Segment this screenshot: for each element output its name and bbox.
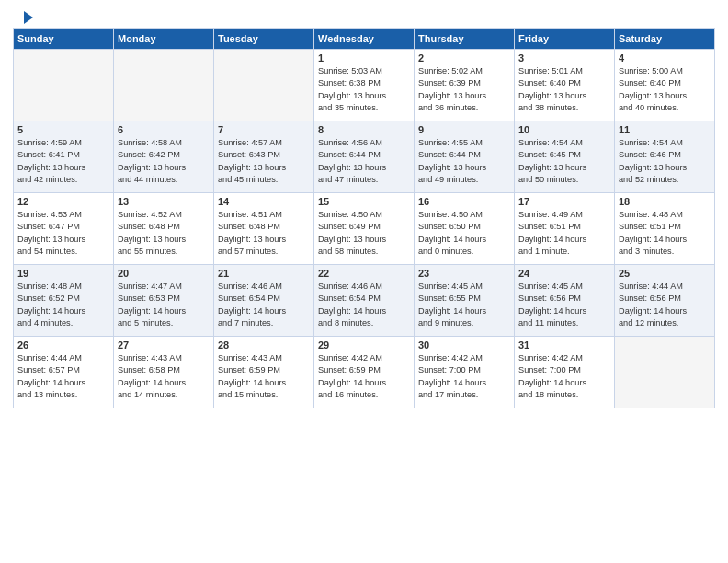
day-number: 5: [17, 124, 109, 135]
day-info: Sunrise: 4:53 AMSunset: 6:47 PMDaylight:…: [17, 209, 109, 258]
day-number: 24: [518, 268, 610, 279]
day-cell: 9Sunrise: 4:55 AMSunset: 6:44 PMDaylight…: [415, 121, 515, 193]
day-info: Sunrise: 4:52 AMSunset: 6:48 PMDaylight:…: [118, 209, 210, 258]
day-cell: 27Sunrise: 4:43 AMSunset: 6:58 PMDayligh…: [114, 337, 214, 408]
day-number: 6: [118, 124, 210, 135]
day-number: 7: [218, 124, 310, 135]
day-info: Sunrise: 4:56 AMSunset: 6:44 PMDaylight:…: [318, 137, 410, 186]
day-number: 2: [418, 52, 510, 63]
day-number: 4: [619, 52, 711, 63]
header: [13, 9, 715, 22]
day-cell: [114, 50, 214, 121]
day-number: 18: [619, 196, 711, 207]
day-info: Sunrise: 4:49 AMSunset: 6:51 PMDaylight:…: [518, 209, 610, 258]
day-cell: 28Sunrise: 4:43 AMSunset: 6:59 PMDayligh…: [214, 337, 314, 408]
day-info: Sunrise: 4:50 AMSunset: 6:49 PMDaylight:…: [318, 209, 410, 258]
day-cell: 15Sunrise: 4:50 AMSunset: 6:49 PMDayligh…: [314, 193, 415, 265]
day-info: Sunrise: 4:45 AMSunset: 6:56 PMDaylight:…: [518, 281, 610, 329]
day-info: Sunrise: 4:50 AMSunset: 6:50 PMDaylight:…: [418, 209, 510, 258]
day-cell: 14Sunrise: 4:51 AMSunset: 6:48 PMDayligh…: [214, 193, 314, 265]
day-info: Sunrise: 4:43 AMSunset: 6:59 PMDaylight:…: [218, 352, 310, 401]
week-row-5: 26Sunrise: 4:44 AMSunset: 6:57 PMDayligh…: [14, 337, 715, 408]
day-number: 9: [418, 124, 510, 135]
day-number: 16: [418, 196, 510, 207]
day-number: 10: [518, 124, 610, 135]
calendar-table: SundayMondayTuesdayWednesdayThursdayFrid…: [13, 28, 715, 408]
day-info: Sunrise: 4:44 AMSunset: 6:56 PMDaylight:…: [619, 281, 711, 329]
day-number: 30: [418, 339, 510, 350]
day-cell: 19Sunrise: 4:48 AMSunset: 6:52 PMDayligh…: [14, 265, 114, 337]
day-cell: 17Sunrise: 4:49 AMSunset: 6:51 PMDayligh…: [515, 193, 615, 265]
day-cell: 2Sunrise: 5:02 AMSunset: 6:39 PMDaylight…: [415, 50, 515, 121]
day-number: 22: [318, 268, 410, 279]
day-number: 3: [518, 52, 610, 63]
logo-icon: [15, 9, 35, 26]
day-cell: 6Sunrise: 4:58 AMSunset: 6:42 PMDaylight…: [114, 121, 214, 193]
day-info: Sunrise: 4:46 AMSunset: 6:54 PMDaylight:…: [218, 281, 310, 329]
day-number: 15: [318, 196, 410, 207]
day-info: Sunrise: 5:03 AMSunset: 6:38 PMDaylight:…: [318, 65, 410, 114]
day-number: 26: [17, 339, 109, 350]
day-cell: 12Sunrise: 4:53 AMSunset: 6:47 PMDayligh…: [14, 193, 114, 265]
day-cell: 16Sunrise: 4:50 AMSunset: 6:50 PMDayligh…: [415, 193, 515, 265]
day-number: 20: [118, 268, 210, 279]
header-tuesday: Tuesday: [214, 29, 314, 50]
day-cell: 22Sunrise: 4:46 AMSunset: 6:54 PMDayligh…: [314, 265, 415, 337]
day-cell: 21Sunrise: 4:46 AMSunset: 6:54 PMDayligh…: [214, 265, 314, 337]
day-cell: 13Sunrise: 4:52 AMSunset: 6:48 PMDayligh…: [114, 193, 214, 265]
day-info: Sunrise: 4:51 AMSunset: 6:48 PMDaylight:…: [218, 209, 310, 258]
day-number: 11: [619, 124, 711, 135]
day-info: Sunrise: 5:01 AMSunset: 6:40 PMDaylight:…: [518, 65, 610, 114]
day-cell: 8Sunrise: 4:56 AMSunset: 6:44 PMDaylight…: [314, 121, 415, 193]
day-number: 17: [518, 196, 610, 207]
day-info: Sunrise: 4:54 AMSunset: 6:46 PMDaylight:…: [619, 137, 711, 186]
day-info: Sunrise: 4:42 AMSunset: 6:59 PMDaylight:…: [318, 352, 410, 401]
header-monday: Monday: [114, 29, 214, 50]
day-cell: 1Sunrise: 5:03 AMSunset: 6:38 PMDaylight…: [314, 50, 415, 121]
day-cell: 29Sunrise: 4:42 AMSunset: 6:59 PMDayligh…: [314, 337, 415, 408]
day-info: Sunrise: 4:47 AMSunset: 6:53 PMDaylight:…: [118, 281, 210, 329]
day-number: 29: [318, 339, 410, 350]
day-info: Sunrise: 4:57 AMSunset: 6:43 PMDaylight:…: [218, 137, 310, 186]
day-info: Sunrise: 4:48 AMSunset: 6:52 PMDaylight:…: [17, 281, 109, 329]
logo: [13, 9, 35, 22]
day-cell: [214, 50, 314, 121]
day-info: Sunrise: 4:48 AMSunset: 6:51 PMDaylight:…: [619, 209, 711, 258]
day-cell: 11Sunrise: 4:54 AMSunset: 6:46 PMDayligh…: [615, 121, 715, 193]
day-info: Sunrise: 4:43 AMSunset: 6:58 PMDaylight:…: [118, 352, 210, 401]
day-cell: 24Sunrise: 4:45 AMSunset: 6:56 PMDayligh…: [515, 265, 615, 337]
header-sunday: Sunday: [14, 29, 114, 50]
header-row: SundayMondayTuesdayWednesdayThursdayFrid…: [14, 29, 715, 50]
day-info: Sunrise: 4:55 AMSunset: 6:44 PMDaylight:…: [418, 137, 510, 186]
day-info: Sunrise: 4:45 AMSunset: 6:55 PMDaylight:…: [418, 281, 510, 329]
header-saturday: Saturday: [615, 29, 715, 50]
day-cell: [14, 50, 114, 121]
day-number: 23: [418, 268, 510, 279]
day-number: 12: [17, 196, 109, 207]
day-number: 21: [218, 268, 310, 279]
day-info: Sunrise: 4:44 AMSunset: 6:57 PMDaylight:…: [17, 352, 109, 401]
svg-marker-0: [24, 11, 33, 24]
day-number: 14: [218, 196, 310, 207]
day-cell: [615, 337, 715, 408]
header-wednesday: Wednesday: [314, 29, 415, 50]
day-cell: 10Sunrise: 4:54 AMSunset: 6:45 PMDayligh…: [515, 121, 615, 193]
day-cell: 5Sunrise: 4:59 AMSunset: 6:41 PMDaylight…: [14, 121, 114, 193]
header-thursday: Thursday: [415, 29, 515, 50]
day-cell: 18Sunrise: 4:48 AMSunset: 6:51 PMDayligh…: [615, 193, 715, 265]
day-info: Sunrise: 4:46 AMSunset: 6:54 PMDaylight:…: [318, 281, 410, 329]
day-info: Sunrise: 4:58 AMSunset: 6:42 PMDaylight:…: [118, 137, 210, 186]
week-row-3: 12Sunrise: 4:53 AMSunset: 6:47 PMDayligh…: [14, 193, 715, 265]
day-cell: 4Sunrise: 5:00 AMSunset: 6:40 PMDaylight…: [615, 50, 715, 121]
day-cell: 20Sunrise: 4:47 AMSunset: 6:53 PMDayligh…: [114, 265, 214, 337]
day-info: Sunrise: 4:54 AMSunset: 6:45 PMDaylight:…: [518, 137, 610, 186]
day-cell: 3Sunrise: 5:01 AMSunset: 6:40 PMDaylight…: [515, 50, 615, 121]
day-number: 13: [118, 196, 210, 207]
week-row-2: 5Sunrise: 4:59 AMSunset: 6:41 PMDaylight…: [14, 121, 715, 193]
day-number: 31: [518, 339, 610, 350]
day-info: Sunrise: 5:02 AMSunset: 6:39 PMDaylight:…: [418, 65, 510, 114]
header-friday: Friday: [515, 29, 615, 50]
day-info: Sunrise: 5:00 AMSunset: 6:40 PMDaylight:…: [619, 65, 711, 114]
day-number: 8: [318, 124, 410, 135]
page: SundayMondayTuesdayWednesdayThursdayFrid…: [0, 0, 728, 563]
